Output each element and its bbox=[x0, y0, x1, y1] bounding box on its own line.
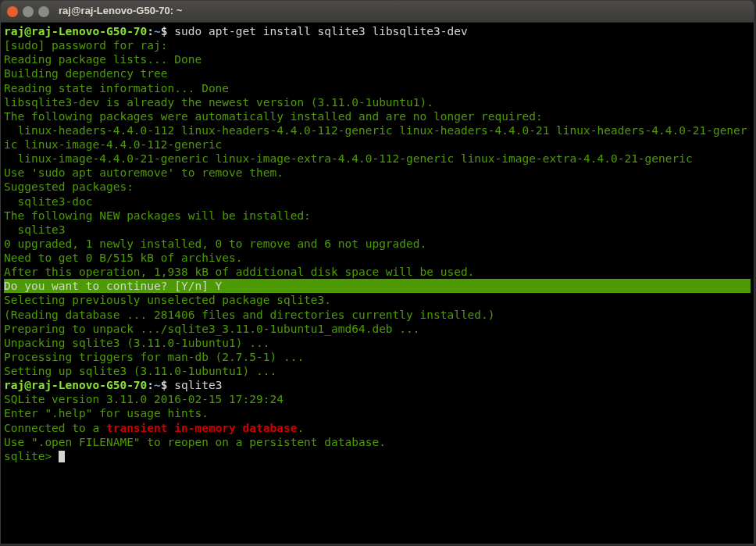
sqlite-version: SQLite version 3.11.0 2016-02-15 17:29:2… bbox=[4, 393, 284, 405]
terminal-body[interactable]: raj@raj-Lenovo-G50-70:~$ sudo apt-get in… bbox=[1, 23, 754, 544]
prompt-user-host: raj@raj-Lenovo-G50-70 bbox=[4, 379, 147, 391]
sqlite-help-hint: Enter ".help" for usage hints. bbox=[4, 407, 209, 419]
output-line: (Reading database ... 281406 files and d… bbox=[4, 309, 495, 321]
sqlite-transient-db: transient in-memory database bbox=[106, 422, 297, 434]
prompt-colon: : bbox=[147, 25, 154, 37]
output-line: 0 upgraded, 1 newly installed, 0 to remo… bbox=[4, 237, 426, 250]
output-line: libsqlite3-dev is already the newest ver… bbox=[4, 96, 433, 109]
output-line: Use 'sudo apt autoremove' to remove them… bbox=[4, 166, 284, 179]
output-line: Reading package lists... Done bbox=[4, 53, 201, 66]
output-line: Reading state information... Done bbox=[4, 82, 229, 95]
output-line: sqlite3-doc bbox=[4, 195, 93, 208]
output-line: Processing triggers for man-db (2.7.5-1)… bbox=[4, 351, 304, 363]
output-line: Need to get 0 B/515 kB of archives. bbox=[4, 252, 243, 264]
output-line: After this operation, 1,938 kB of additi… bbox=[4, 266, 474, 278]
close-icon[interactable] bbox=[7, 6, 18, 17]
output-line: The following packages were automaticall… bbox=[4, 110, 543, 123]
command-line-2: sqlite3 bbox=[168, 379, 223, 391]
titlebar[interactable]: raj@raj-Lenovo-G50-70: ~ bbox=[1, 1, 754, 23]
prompt-dollar: $ bbox=[161, 379, 168, 391]
output-line: [sudo] password for raj: bbox=[4, 39, 174, 52]
sqlite-open-hint: Use ".open FILENAME" to reopen on a pers… bbox=[4, 436, 386, 448]
output-line: Building dependency tree bbox=[4, 67, 216, 80]
output-line: Selecting previously unselected package … bbox=[4, 294, 331, 306]
output-line: Setting up sqlite3 (3.11.0-1ubuntu1) ... bbox=[4, 365, 276, 377]
output-highlighted-confirm: Do you want to continue? [Y/n] Y bbox=[4, 279, 751, 293]
output-line: Suggested packages: bbox=[4, 180, 134, 193]
output-line: linux-image-4.4.0-21-generic linux-image… bbox=[4, 152, 693, 165]
output-line: linux-headers-4.4.0-112 linux-headers-4.… bbox=[4, 124, 747, 151]
output-line: sqlite3 bbox=[4, 223, 66, 236]
window-title: raj@raj-Lenovo-G50-70: ~ bbox=[59, 5, 182, 17]
prompt-colon: : bbox=[147, 379, 154, 391]
output-line: Unpacking sqlite3 (3.11.0-1ubuntu1) ... bbox=[4, 337, 269, 349]
maximize-icon[interactable] bbox=[38, 6, 49, 17]
sqlite-connected-suffix: . bbox=[297, 422, 304, 434]
minimize-icon[interactable] bbox=[23, 6, 34, 17]
sqlite-prompt: sqlite> bbox=[4, 450, 59, 462]
prompt-path: ~ bbox=[154, 25, 161, 37]
sqlite-connected-prefix: Connected to a bbox=[4, 422, 106, 434]
cursor-icon bbox=[59, 451, 65, 462]
output-line: Preparing to unpack .../sqlite3_3.11.0-1… bbox=[4, 323, 420, 335]
prompt-dollar: $ bbox=[161, 25, 168, 37]
command-line-1: sudo apt-get install sqlite3 libsqlite3-… bbox=[168, 25, 468, 37]
output-line: The following NEW packages will be insta… bbox=[4, 209, 311, 222]
terminal-window: raj@raj-Lenovo-G50-70: ~ raj@raj-Lenovo-… bbox=[0, 0, 754, 544]
prompt-user-host: raj@raj-Lenovo-G50-70 bbox=[4, 25, 147, 37]
prompt-path: ~ bbox=[154, 379, 161, 391]
